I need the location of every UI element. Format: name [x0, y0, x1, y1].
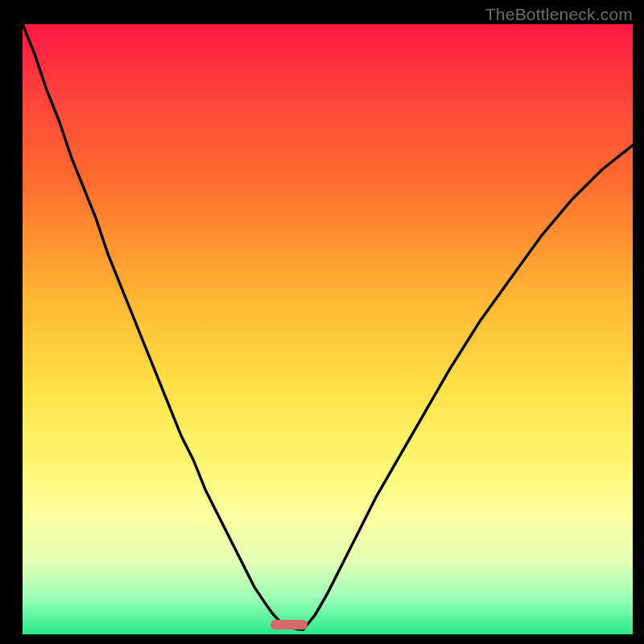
outer-frame: TheBottleneck.com	[0, 0, 644, 644]
curve-right	[303, 145, 633, 630]
watermark-text: TheBottleneck.com	[485, 5, 633, 24]
curve-left	[23, 24, 303, 630]
plot-area	[23, 24, 633, 630]
bottleneck-curve	[23, 24, 633, 630]
optimum-marker	[270, 620, 308, 630]
